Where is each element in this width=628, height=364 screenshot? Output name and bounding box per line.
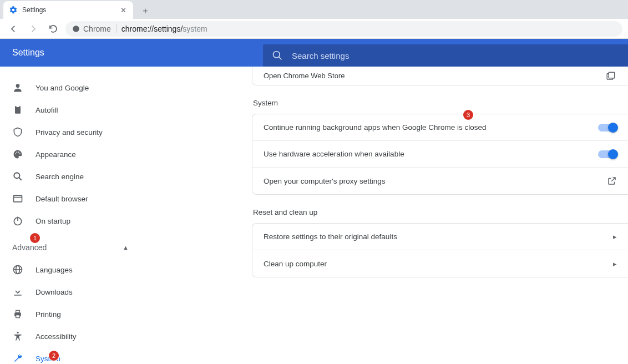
globe-icon xyxy=(12,264,23,275)
sidebar-item-languages[interactable]: Languages xyxy=(0,259,134,281)
row-proxy-settings[interactable]: Open your computer's proxy settings xyxy=(252,168,628,194)
search-icon xyxy=(272,50,283,61)
sidebar-label: Accessibility xyxy=(36,332,77,341)
sidebar-label: Default browser xyxy=(36,195,88,203)
search-icon xyxy=(12,171,23,182)
sidebar-item-autofill[interactable]: Autofill xyxy=(0,99,134,121)
sidebar-item-you-and-google[interactable]: You and Google xyxy=(0,77,134,99)
row-restore-defaults[interactable]: Restore settings to their original defau… xyxy=(252,224,628,250)
svg-point-1 xyxy=(274,52,280,58)
tab-strip: Settings ✕ + xyxy=(0,0,628,19)
settings-header: Settings Search settings xyxy=(0,39,628,67)
new-tab-button[interactable]: + xyxy=(138,3,153,19)
settings-header-title: Settings xyxy=(12,48,252,58)
sidebar-label: Privacy and security xyxy=(36,128,103,136)
row-label: Use hardware acceleration when available xyxy=(264,150,404,158)
row-cleanup-computer[interactable]: Clean up computer ▸ xyxy=(252,250,628,277)
browser-tab-settings[interactable]: Settings ✕ xyxy=(3,1,133,19)
svg-rect-4 xyxy=(15,106,21,113)
sidebar-item-on-startup[interactable]: On startup xyxy=(0,210,134,232)
sidebar-advanced-toggle[interactable]: Advanced ▲ 1 xyxy=(0,236,141,259)
printer-icon xyxy=(12,309,23,320)
svg-point-0 xyxy=(73,26,79,32)
tab-close-icon[interactable]: ✕ xyxy=(119,6,128,14)
open-external-icon xyxy=(607,176,617,186)
open-external-icon xyxy=(606,71,616,81)
annotation-badge-1: 1 xyxy=(30,233,40,243)
svg-line-11 xyxy=(19,178,22,180)
sidebar-label: Appearance xyxy=(36,150,76,159)
browser-toolbar: Chrome chrome://settings/system xyxy=(0,19,628,39)
row-label: Clean up computer xyxy=(264,260,327,268)
section-title-system: System xyxy=(252,99,628,107)
sidebar-label: Printing xyxy=(36,310,61,318)
sidebar-item-privacy[interactable]: Privacy and security xyxy=(0,121,134,143)
sidebar-item-default-browser[interactable]: Default browser xyxy=(0,188,134,210)
chevron-up-icon: ▲ xyxy=(123,244,129,251)
svg-rect-22 xyxy=(16,315,20,318)
reset-panel: Restore settings to their original defau… xyxy=(252,223,628,277)
sidebar-item-appearance[interactable]: Appearance xyxy=(0,143,134,165)
svg-point-3 xyxy=(16,84,20,88)
gear-icon xyxy=(9,6,18,14)
row-label: Open Chrome Web Store xyxy=(264,72,345,80)
row-open-web-store[interactable]: Open Chrome Web Store xyxy=(252,67,628,85)
settings-sidebar: You and Google Autofill Privacy and secu… xyxy=(0,67,141,364)
sidebar-item-system[interactable]: System 2 xyxy=(0,347,134,364)
annotation-badge-3: 3 xyxy=(463,110,473,120)
search-settings-input[interactable]: Search settings xyxy=(263,44,628,67)
person-icon xyxy=(12,82,23,93)
omnibox-chip: Chrome xyxy=(72,24,117,33)
section-title-reset: Reset and clean up xyxy=(252,208,628,216)
svg-rect-5 xyxy=(17,105,19,107)
sidebar-item-printing[interactable]: Printing xyxy=(0,303,134,325)
address-bar[interactable]: Chrome chrome://settings/system xyxy=(65,21,622,37)
system-panel: Continue running background apps when Go… xyxy=(252,114,628,195)
sidebar-label: Downloads xyxy=(36,288,73,296)
settings-content: Open Chrome Web Store System Continue ru… xyxy=(141,67,628,364)
forward-button[interactable] xyxy=(26,21,41,37)
toggle-hardware-acceleration[interactable] xyxy=(598,150,617,158)
svg-rect-12 xyxy=(14,195,22,202)
browser-icon xyxy=(12,193,23,204)
toggle-background-apps[interactable] xyxy=(598,124,617,132)
chrome-icon xyxy=(72,25,80,33)
svg-rect-21 xyxy=(16,310,20,312)
accessibility-icon xyxy=(12,331,23,342)
row-label: Restore settings to their original defau… xyxy=(264,232,397,241)
row-label: Open your computer's proxy settings xyxy=(264,177,385,185)
sidebar-item-downloads[interactable]: Downloads xyxy=(0,281,134,303)
reload-button[interactable] xyxy=(45,21,61,37)
sidebar-label: Languages xyxy=(36,266,73,274)
tab-title: Settings xyxy=(22,6,46,14)
annotation-badge-2: 2 xyxy=(49,351,59,361)
sidebar-advanced-label: Advanced xyxy=(12,243,47,252)
sidebar-label: Search engine xyxy=(36,173,84,181)
svg-point-7 xyxy=(16,151,17,153)
row-label: Continue running background apps when Go… xyxy=(264,123,487,132)
chevron-right-icon: ▸ xyxy=(613,232,617,241)
svg-point-6 xyxy=(15,153,16,154)
row-hardware-acceleration: Use hardware acceleration when available xyxy=(252,141,628,168)
svg-line-2 xyxy=(279,57,282,60)
shield-icon xyxy=(12,127,23,138)
wrench-icon xyxy=(12,353,23,364)
svg-point-23 xyxy=(17,332,18,333)
omnibox-chip-label: Chrome xyxy=(83,24,111,33)
sidebar-label: On startup xyxy=(36,217,70,225)
sidebar-label: Autofill xyxy=(36,106,58,114)
power-icon xyxy=(12,215,23,226)
svg-rect-25 xyxy=(609,72,615,78)
download-icon xyxy=(12,286,23,297)
omnibox-url: chrome://settings/system xyxy=(121,24,207,33)
search-placeholder: Search settings xyxy=(292,51,349,60)
sidebar-item-search-engine[interactable]: Search engine xyxy=(0,165,134,188)
sidebar-item-accessibility[interactable]: Accessibility xyxy=(0,325,134,347)
back-button[interactable] xyxy=(6,21,21,37)
svg-point-10 xyxy=(14,173,19,178)
chevron-right-icon: ▸ xyxy=(613,260,617,268)
palette-icon xyxy=(12,149,23,160)
svg-point-8 xyxy=(18,151,19,153)
sidebar-label: You and Google xyxy=(36,84,89,92)
svg-rect-19 xyxy=(14,295,21,296)
